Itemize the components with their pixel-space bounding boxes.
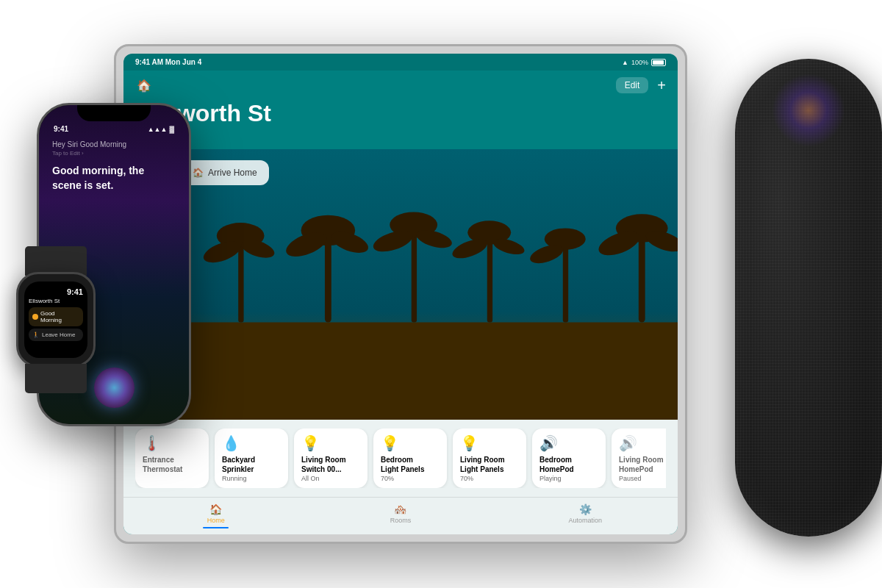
bedroom-homepod-icon: 🔊 xyxy=(539,434,598,452)
tab-automation-label: Automation xyxy=(569,517,603,524)
bedroom-homepod-name: BedroomHomePod xyxy=(539,455,598,474)
home-icon-symbol: 🏠 xyxy=(137,79,151,93)
svg-rect-23 xyxy=(487,238,492,323)
ipad-body: 9:41 AM Mon Jun 4 ▲ 100% 🏠 xyxy=(114,44,687,544)
watch-time: 9:41 xyxy=(29,287,83,296)
watch-band-bottom xyxy=(25,364,87,393)
scene-container: 9:41 Ellsworth St Good Morning 🚶 Leave H… xyxy=(0,0,882,588)
watch-band-top xyxy=(25,246,87,276)
watch-location: Ellsworth St xyxy=(29,298,83,304)
homepod xyxy=(735,59,882,537)
arrive-home-label: Arrive Home xyxy=(208,168,257,178)
svg-rect-1 xyxy=(123,323,678,420)
living-room-light-status: 70% xyxy=(460,475,519,482)
tab-home-icon: 🏠 xyxy=(209,503,222,515)
living-room-homepod-name: Living RoomHomePod xyxy=(619,455,666,474)
device-entrance-thermostat[interactable]: 🌡️ EntranceThermostat xyxy=(135,429,209,488)
arrive-home-icon: 🏠 xyxy=(193,168,204,178)
devices-row: 🌡️ EntranceThermostat 💧 BackyardSprinkle… xyxy=(135,429,666,488)
tab-home-label: Home xyxy=(207,517,225,524)
living-room-homepod-icon: 🔊 xyxy=(619,434,666,452)
ipad: 9:41 AM Mon Jun 4 ▲ 100% 🏠 xyxy=(114,44,687,544)
add-button[interactable]: + xyxy=(657,77,666,94)
svg-rect-19 xyxy=(412,230,417,322)
watch-leave-home-label: Leave Home xyxy=(42,331,75,338)
ipad-subtitle: d in Office. xyxy=(123,132,678,149)
iphone-status-icons: ▲▲▲ ▓ xyxy=(148,126,174,133)
wifi-icon: ▲▲▲ xyxy=(148,126,168,133)
homepod-body xyxy=(735,59,882,537)
svg-rect-27 xyxy=(563,245,568,323)
thermostat-name: EntranceThermostat xyxy=(143,455,201,474)
device-living-room-light-panels[interactable]: 💡 Living RoomLight Panels 70% xyxy=(453,429,526,488)
ipad-time: 9:41 AM Mon Jun 4 xyxy=(135,58,201,66)
tab-home-indicator xyxy=(203,527,229,528)
tab-rooms-label: Rooms xyxy=(390,517,412,524)
tab-rooms-icon: 🏘️ xyxy=(394,503,406,515)
svg-rect-30 xyxy=(639,234,645,323)
bedroom-light-icon: 💡 xyxy=(381,434,440,452)
switch-status: All On xyxy=(301,475,360,482)
device-bedroom-homepod[interactable]: 🔊 BedroomHomePod Playing xyxy=(532,429,606,488)
edit-button[interactable]: Edit xyxy=(616,77,649,93)
iphone-notch xyxy=(77,105,151,121)
tab-home[interactable]: 🏠 Home xyxy=(123,502,308,530)
siri-command-text: Hey Siri Good Morning xyxy=(52,140,176,148)
watch-good-morning-item[interactable]: Good Morning xyxy=(29,307,83,326)
home-nav-icon[interactable]: 🏠 xyxy=(135,76,153,94)
battery-fill xyxy=(653,60,664,65)
device-bedroom-light-panels[interactable]: 💡 BedroomLight Panels 70% xyxy=(373,429,447,488)
ipad-screen: 9:41 AM Mon Jun 4 ▲ 100% 🏠 xyxy=(123,54,678,534)
homepod-top-glow xyxy=(772,74,845,147)
siri-tap-edit[interactable]: Tap to Edit › xyxy=(52,150,176,157)
switch-icon: 💡 xyxy=(301,434,360,452)
sprinkler-icon: 💧 xyxy=(222,434,281,452)
siri-response-text: Good morning, the scene is set. xyxy=(52,164,176,193)
scene-background xyxy=(123,149,678,420)
battery-icon xyxy=(651,59,666,66)
living-room-light-name: Living RoomLight Panels xyxy=(460,455,519,474)
wifi-signal-icon: ▲ xyxy=(622,59,628,66)
battery-percent: 100% xyxy=(631,59,648,66)
ipad-title: Ellsworth St xyxy=(123,100,678,132)
sprinkler-status: Running xyxy=(222,475,281,482)
ipad-scene-area: ing 🏠 Arrive Home xyxy=(123,149,678,420)
watch-screen: 9:41 Ellsworth St Good Morning 🚶 Leave H… xyxy=(24,282,87,358)
watch-good-morning-label2: Morning xyxy=(40,317,62,323)
iphone-time: 9:41 xyxy=(54,125,68,133)
thermostat-icon: 🌡️ xyxy=(143,434,201,452)
device-backyard-sprinkler[interactable]: 💧 BackyardSprinkler Running xyxy=(215,429,288,488)
watch-good-morning-label: Good xyxy=(40,310,62,317)
bedroom-homepod-status: Playing xyxy=(539,475,598,482)
ipad-tab-bar: 🏠 Home 🏘️ Rooms ⚙️ Automation xyxy=(123,497,678,534)
ipad-status-bar: 9:41 AM Mon Jun 4 ▲ 100% xyxy=(123,54,678,71)
tab-rooms[interactable]: 🏘️ Rooms xyxy=(308,502,492,530)
bedroom-light-name: BedroomLight Panels xyxy=(381,455,440,474)
ipad-battery-info: ▲ 100% xyxy=(622,59,666,66)
tab-automation-icon: ⚙️ xyxy=(579,503,592,515)
living-room-homepod-status: Paused xyxy=(619,475,666,482)
iphone-status-bar: 9:41 ▲▲▲ ▓ xyxy=(39,121,189,133)
svg-rect-11 xyxy=(238,241,243,322)
plant-silhouette-svg xyxy=(123,149,678,420)
switch-name: Living RoomSwitch 00... xyxy=(301,455,360,474)
device-living-room-homepod[interactable]: 🔊 Living RoomHomePod Paused xyxy=(612,429,666,488)
tab-automation[interactable]: ⚙️ Automation xyxy=(493,502,678,530)
device-living-room-switch[interactable]: 💡 Living RoomSwitch 00... All On xyxy=(294,429,368,488)
apple-watch: 9:41 Ellsworth St Good Morning 🚶 Leave H… xyxy=(16,272,96,368)
siri-orb xyxy=(94,368,135,408)
watch-item-dot xyxy=(32,314,38,320)
ipad-nav-bar: 🏠 Edit + xyxy=(123,71,678,100)
watch-body: 9:41 Ellsworth St Good Morning 🚶 Leave H… xyxy=(16,272,96,368)
devices-grid: 🌡️ EntranceThermostat 💧 BackyardSprinkle… xyxy=(123,420,678,497)
bedroom-light-status: 70% xyxy=(381,475,440,482)
scene-btn-arrive-home[interactable]: 🏠 Arrive Home xyxy=(181,160,269,185)
ipad-edit-plus-group: Edit + xyxy=(616,77,666,94)
living-room-light-icon: 💡 xyxy=(460,434,519,452)
sprinkler-name: BackyardSprinkler xyxy=(222,455,281,474)
battery-icon: ▓ xyxy=(169,126,174,133)
svg-rect-15 xyxy=(325,236,331,323)
watch-leave-home-item[interactable]: 🚶 Leave Home xyxy=(29,329,83,341)
